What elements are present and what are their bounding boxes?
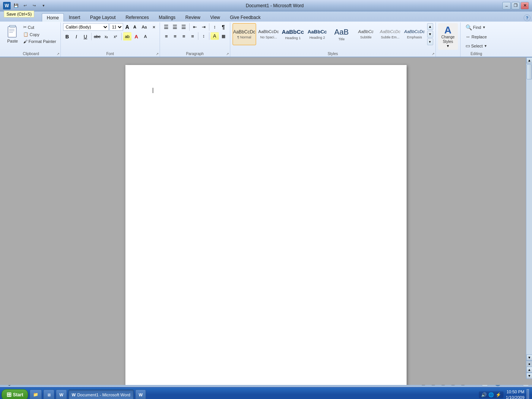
font-name-select[interactable]: Calibri (Body) [63, 23, 109, 31]
title-bar: W 💾 ↩ ↪ ▾ Save (Ctrl+S) Document1 - Micr… [0, 0, 532, 11]
sort-button[interactable]: ↕ [211, 23, 219, 31]
style-heading2-preview: AaBbCc [307, 29, 327, 35]
taskbar-word3[interactable]: W [135, 390, 146, 399]
title-bar-controls: – ❐ ✕ [502, 2, 529, 10]
tab-view[interactable]: View [205, 13, 225, 21]
style-no-spacing[interactable]: AaBbCcDc No Spaci... [257, 23, 280, 45]
qat-undo[interactable]: ↩ [21, 2, 29, 9]
qat-save[interactable]: 💾 [12, 2, 20, 9]
style-title[interactable]: AaB Title [330, 23, 353, 45]
tab-review[interactable]: Review [180, 13, 205, 21]
align-center-button[interactable]: ≡ [171, 32, 179, 40]
style-heading1-label: Heading 1 [285, 36, 301, 40]
copy-button[interactable]: 📋 Copy [21, 31, 58, 38]
paragraph-expand-icon[interactable]: ↗ [226, 52, 229, 56]
format-painter-button[interactable]: 🖌 Format Painter [21, 38, 58, 44]
change-styles-button[interactable]: A ChangeStyles ▼ [438, 23, 458, 50]
underline-button[interactable]: U [81, 32, 90, 41]
qat-redo[interactable]: ↪ [30, 2, 38, 9]
change-styles-label: ChangeStyles [441, 35, 454, 44]
taskbar-word-active[interactable]: W Document1 - Microsoft Word [68, 390, 134, 399]
styles-scroll-down[interactable]: ▼ [427, 31, 433, 38]
style-heading1[interactable]: AaBbCc Heading 1 [281, 23, 305, 45]
font-color-button[interactable]: A [132, 32, 141, 41]
taskbar-explorer[interactable]: 📁 [30, 390, 42, 399]
document-area[interactable] [0, 57, 532, 385]
align-left-button[interactable]: ≡ [162, 32, 171, 40]
find-button[interactable]: 🔍 Find ▼ [463, 23, 488, 32]
next-page-button[interactable]: ▼ [526, 373, 532, 379]
tab-feedback[interactable]: Give Feedback [225, 13, 266, 21]
strikethrough-button[interactable]: abc [93, 32, 101, 41]
superscript-button[interactable]: x² [111, 32, 120, 41]
svg-rect-5 [9, 32, 13, 33]
browse-object-button[interactable]: ● [526, 361, 532, 367]
qat-customize[interactable]: ▾ [40, 2, 47, 9]
bold-button[interactable]: B [63, 32, 71, 41]
prev-page-button[interactable]: ▲ [526, 367, 532, 373]
scroll-thumb[interactable] [527, 64, 532, 79]
styles-more[interactable]: ▾ [427, 38, 433, 45]
minimize-button[interactable]: – [502, 2, 511, 10]
tab-page-layout[interactable]: Page Layout [85, 13, 120, 21]
text-highlight-button[interactable]: A [141, 32, 150, 41]
line-spacing-button[interactable]: ↕ [200, 32, 208, 40]
find-arrow: ▼ [482, 25, 486, 29]
style-heading2[interactable]: AaBbCc Heading 2 [306, 23, 329, 45]
decrease-indent-button[interactable]: ⇤ [191, 23, 199, 31]
tab-references[interactable]: References [120, 13, 154, 21]
para-separator-1 [189, 23, 190, 31]
clipboard-expand-icon[interactable]: ↗ [57, 52, 60, 56]
borders-button[interactable]: ▦ [219, 32, 228, 40]
subscript-button[interactable]: x₂ [102, 32, 111, 41]
highlight-button[interactable]: ab [123, 32, 131, 41]
style-no-spacing-preview: AaBbCcDc [258, 29, 279, 34]
paste-button[interactable]: Paste [4, 23, 21, 45]
font-size-select[interactable]: 11 [109, 23, 123, 31]
tab-home[interactable]: Home [42, 13, 64, 22]
tab-insert[interactable]: Insert [64, 13, 85, 21]
tray-icon-1: 🔊 [481, 392, 487, 397]
style-subtle-em[interactable]: AaBbCcDc Subtle Em... [378, 23, 402, 45]
font-expand-icon[interactable]: ↗ [156, 52, 159, 56]
style-subtitle[interactable]: AaBbCc Subtitle [354, 23, 378, 45]
align-right-button[interactable]: ≡ [180, 32, 188, 40]
scroll-down-button[interactable]: ▼ [526, 355, 532, 361]
styles-scroll-up[interactable]: ▲ [427, 23, 433, 30]
increase-indent-button[interactable]: ⇥ [200, 23, 208, 31]
close-button[interactable]: ✕ [521, 2, 529, 10]
taskbar-cmd[interactable]: 🖥 [43, 390, 54, 399]
cut-button[interactable]: ✂ Cut [21, 24, 58, 30]
change-case-button[interactable]: Aa [139, 23, 150, 31]
clear-formatting-button[interactable]: ✕ [150, 24, 157, 30]
restore-button[interactable]: ❐ [511, 2, 520, 10]
style-emphasis[interactable]: AaBbCcDc Emphasis [403, 23, 426, 45]
shrink-font-button[interactable]: A [131, 24, 138, 30]
tab-mailings[interactable]: Mailings [154, 13, 180, 21]
start-button[interactable]: ⊞ Start [2, 389, 28, 399]
taskbar-right: 🔊 🌐 ⚡ 10:50 PM1/10/2009 [479, 389, 530, 399]
document-page[interactable] [125, 65, 407, 385]
vertical-scrollbar[interactable]: ▲ ▼ ● ▲ ▼ [526, 57, 532, 379]
show-marks-button[interactable]: ¶ [219, 23, 228, 31]
style-no-spacing-label: No Spaci... [260, 35, 277, 39]
help-button[interactable]: ? [524, 14, 530, 21]
scroll-up-button[interactable]: ▲ [526, 57, 532, 63]
bullets-button[interactable]: ☰ [162, 23, 171, 31]
title-bar-left: W 💾 ↩ ↪ ▾ Save (Ctrl+S) [3, 2, 47, 10]
select-button[interactable]: ▭ Select ▼ [463, 42, 490, 50]
replace-button[interactable]: ↔ Replace [463, 33, 489, 41]
justify-button[interactable]: ≡ [188, 32, 197, 40]
italic-button[interactable]: I [72, 32, 81, 41]
grow-font-button[interactable]: A [124, 24, 131, 30]
shading-button[interactable]: A [211, 32, 219, 40]
multilevel-button[interactable]: ☰ [180, 23, 188, 31]
numbering-button[interactable]: ☰ [171, 23, 179, 31]
main-area: ▲ ▼ ● ▲ ▼ [0, 57, 532, 379]
change-styles-group: A ChangeStyles ▼ [436, 22, 461, 57]
show-desktop-button[interactable] [527, 389, 529, 399]
styles-expand-icon[interactable]: ↗ [432, 52, 435, 56]
style-normal[interactable]: AaBbCcDc ¶ Normal [233, 23, 256, 45]
taskbar-word2[interactable]: W [56, 390, 66, 399]
style-heading1-preview: AaBbCc [282, 28, 304, 35]
